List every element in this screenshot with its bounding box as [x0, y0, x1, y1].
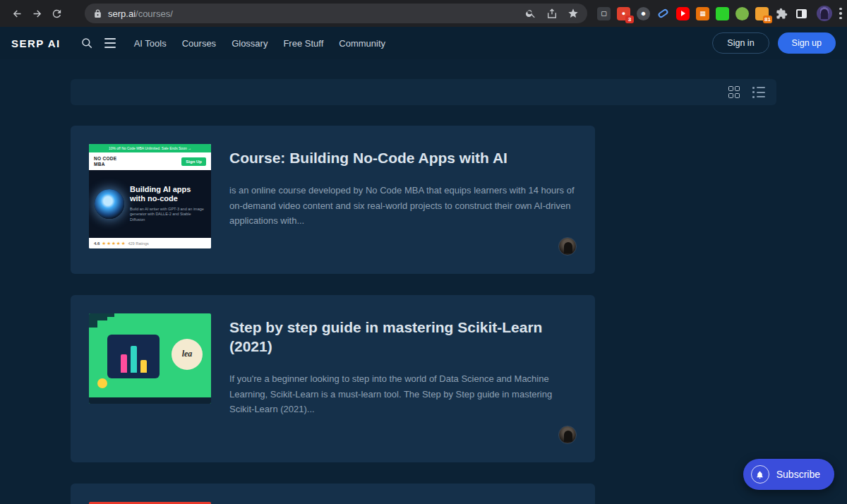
course-thumbnail[interactable]	[89, 502, 211, 504]
course-card[interactable]: Introduction to ML Classification Models…	[71, 484, 595, 504]
extension-icon-2[interactable]: ●3	[617, 7, 630, 20]
thumb-badge: lea	[172, 339, 203, 370]
thumb-banner-text: 10% off No Code MBA Unlimited. Sale Ends…	[89, 144, 211, 152]
course-title[interactable]: Course: Building No-Code Apps with AI	[229, 148, 577, 167]
extension-icon-7[interactable]: 81	[755, 7, 769, 20]
course-title[interactable]: Step by step guide in mastering Scikit-L…	[229, 318, 577, 356]
extension-youtube-icon[interactable]	[676, 7, 690, 20]
back-button[interactable]	[7, 4, 27, 23]
course-card[interactable]: 10% off No Code MBA Unlimited. Sale Ends…	[71, 126, 595, 274]
nav-item-community[interactable]: Community	[339, 38, 385, 49]
thumb-subtext: Build an AI writer with GPT-3 and an ima…	[130, 207, 205, 223]
extension-icon-4[interactable]: ▦	[696, 7, 709, 20]
thumb-headline: Building AI apps with no-code	[130, 185, 205, 203]
bookmark-star-icon[interactable]	[567, 8, 579, 19]
browser-profile-avatar[interactable]	[817, 6, 832, 21]
browser-menu-icon[interactable]	[839, 6, 842, 21]
forward-icon	[31, 8, 43, 20]
site-logo[interactable]: SERP AI	[11, 37, 61, 49]
extension-icon-3[interactable]: ☻	[637, 7, 650, 20]
reload-button[interactable]	[47, 4, 66, 23]
course-card[interactable]: lea Step by step guide in mastering Scik…	[71, 295, 595, 462]
reload-icon	[51, 8, 63, 20]
url-path: /courses/	[136, 8, 173, 19]
author-avatar[interactable]	[558, 237, 577, 256]
url-text: serp.ai/courses/	[108, 8, 173, 19]
sign-up-button[interactable]: Sign up	[778, 32, 836, 54]
menu-icon[interactable]	[104, 38, 116, 48]
rating-stars: ★★★★★	[102, 241, 126, 246]
thumb-rating: 4.6 ★★★★★ 429 Ratings	[89, 238, 211, 248]
grid-view-icon[interactable]	[728, 86, 740, 98]
subscribe-label: Subscribe	[776, 469, 820, 480]
browser-chrome: serp.ai/courses/ ▢ ●3 ☻ ▦ 81	[0, 0, 847, 27]
course-thumbnail[interactable]: lea	[89, 313, 211, 404]
lock-icon	[93, 9, 102, 18]
back-icon	[11, 8, 23, 20]
course-thumbnail[interactable]: 10% off No Code MBA Unlimited. Sale Ends…	[89, 144, 211, 248]
site-header: SERP AI AI Tools Courses Glossary Free S…	[0, 27, 847, 59]
globe-image	[95, 189, 124, 219]
address-bar[interactable]: serp.ai/courses/	[85, 4, 587, 23]
course-description: If you're a beginner looking to step int…	[229, 371, 577, 416]
extension-icon-5[interactable]	[716, 7, 729, 20]
thumb-brand: NO CODE MBA	[94, 156, 118, 167]
bell-icon	[751, 465, 769, 484]
extension-badge: 3	[625, 16, 634, 23]
course-list: 10% off No Code MBA Unlimited. Sale Ends…	[71, 126, 595, 504]
extension-icon-6[interactable]	[735, 7, 749, 20]
side-panel-icon[interactable]	[795, 7, 808, 20]
extension-badge-2: 81	[763, 16, 772, 23]
nav-item-glossary[interactable]: Glossary	[232, 38, 268, 49]
extension-icon-1[interactable]: ▢	[597, 7, 611, 20]
author-avatar[interactable]	[558, 426, 577, 444]
view-toolbar	[71, 79, 776, 105]
extension-link-icon[interactable]	[656, 7, 670, 20]
subscribe-button[interactable]: Subscribe	[743, 459, 834, 490]
nav-item-free-stuff[interactable]: Free Stuff	[283, 38, 323, 49]
search-icon[interactable]	[80, 37, 93, 49]
extensions-puzzle-icon[interactable]	[775, 7, 788, 20]
main-nav: AI Tools Courses Glossary Free Stuff Com…	[134, 38, 385, 49]
main-content: 10% off No Code MBA Unlimited. Sale Ends…	[71, 79, 776, 504]
sign-in-button[interactable]: Sign in	[712, 32, 769, 54]
nav-item-courses[interactable]: Courses	[182, 38, 216, 49]
url-host: serp.ai	[108, 8, 136, 19]
list-view-icon[interactable]	[752, 87, 765, 98]
dashboard-illustration	[107, 335, 160, 378]
thumb-signup-button: Sign Up	[181, 157, 206, 166]
search-page-icon[interactable]	[525, 8, 536, 19]
extensions-row: ▢ ●3 ☻ ▦ 81	[597, 7, 808, 20]
nav-item-ai-tools[interactable]: AI Tools	[134, 38, 167, 49]
share-icon[interactable]	[546, 8, 558, 19]
forward-button[interactable]	[27, 4, 47, 23]
course-description: is an online course developed by No Code…	[229, 183, 577, 228]
